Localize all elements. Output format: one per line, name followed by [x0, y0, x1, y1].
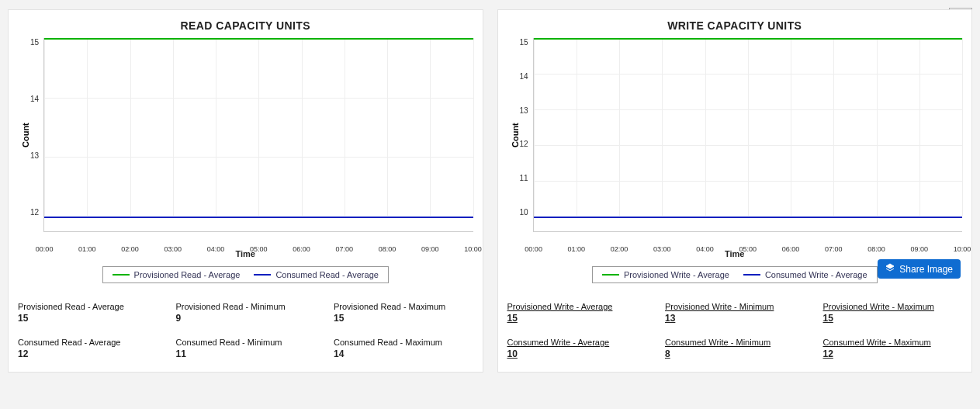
stat-cell: Consumed Write - Average10: [507, 338, 647, 359]
y-tick: 13: [520, 106, 528, 115]
share-image-button[interactable]: Share Image: [878, 259, 961, 279]
x-tick: 03:00: [650, 245, 674, 253]
stat-label: Provisioned Write - Maximum: [823, 302, 963, 311]
stat-value: 8: [665, 348, 805, 359]
x-tick: 06:00: [290, 245, 313, 253]
legend-item[interactable]: Consumed Write - Average: [743, 270, 867, 279]
stat-cell: Consumed Read - Average12: [18, 338, 158, 359]
y-axis-ticks: 15141312: [30, 38, 43, 232]
stat-label: Consumed Write - Average: [507, 338, 647, 347]
stat-value: 15: [18, 313, 158, 324]
legend-label: Provisioned Read - Average: [134, 270, 241, 279]
stat-value: 10: [507, 348, 647, 359]
gridline: [791, 38, 791, 216]
stat-cell: Provisioned Read - Average15: [18, 302, 158, 324]
stat-label: Consumed Write - Minimum: [665, 338, 805, 347]
gridline: [345, 38, 345, 216]
plot-wrap: Count 151413121110 00:0001:0002:0003:000…: [507, 38, 963, 232]
y-tick: 12: [30, 208, 39, 217]
x-tick: 09:00: [908, 245, 931, 253]
x-tick: 02:00: [119, 245, 142, 253]
gridline: [258, 38, 259, 216]
stat-cell: Consumed Write - Maximum12: [823, 338, 963, 359]
stats-grid: Provisioned Read - Average15Provisioned …: [18, 302, 473, 359]
svg-marker-1: [886, 264, 894, 269]
legend-item[interactable]: Provisioned Write - Average: [602, 270, 729, 279]
x-tick: 05:00: [247, 245, 270, 253]
stat-label: Provisioned Read - Minimum: [176, 302, 316, 311]
gridline: [87, 38, 88, 216]
gridline: [748, 38, 749, 216]
plot-area[interactable]: 00:0001:0002:0003:0004:0005:0006:0007:00…: [43, 38, 473, 232]
gridline: [619, 38, 620, 216]
legend-swatch: [254, 274, 271, 276]
x-tick: 01:00: [565, 245, 588, 253]
stat-value: 15: [507, 313, 647, 324]
stat-value: 12: [18, 348, 158, 359]
x-tick: 07:00: [822, 245, 845, 253]
x-tick: 04:00: [694, 245, 717, 253]
gridline: [534, 38, 535, 216]
stat-value: 12: [823, 348, 963, 359]
stat-value: 13: [665, 313, 805, 324]
gridline: [302, 38, 303, 216]
x-tick: 08:00: [865, 245, 888, 253]
x-tick: 03:00: [161, 245, 185, 253]
legend-swatch: [113, 274, 130, 276]
plot-area[interactable]: 00:0001:0002:0003:0004:0005:0006:0007:00…: [533, 38, 962, 232]
y-tick: 10: [520, 208, 528, 217]
gridline: [705, 38, 706, 216]
legend-item[interactable]: Provisioned Read - Average: [113, 270, 241, 279]
legend-item[interactable]: Consumed Read - Average: [254, 270, 379, 279]
stat-value: 9: [176, 313, 316, 324]
stat-value: 15: [823, 313, 963, 324]
stat-cell: Consumed Read - Maximum14: [334, 338, 473, 359]
x-tick: 00:00: [33, 245, 56, 253]
stat-cell: Provisioned Write - Maximum15: [823, 302, 963, 324]
share-image-label: Share Image: [899, 264, 953, 275]
stat-label: Provisioned Read - Maximum: [334, 302, 473, 311]
series-line: [534, 38, 962, 40]
y-tick: 11: [520, 174, 528, 182]
legend-label: Consumed Read - Average: [275, 270, 379, 279]
dashboard-panels: READ CAPACITY UNITS Count 15141312 00:00…: [8, 9, 972, 373]
stat-cell: Provisioned Read - Minimum9: [176, 302, 316, 324]
stat-label: Consumed Write - Maximum: [823, 338, 963, 347]
y-tick: 15: [520, 38, 528, 47]
y-tick: 12: [520, 140, 528, 148]
gridline: [130, 38, 131, 216]
y-tick: 14: [30, 95, 39, 103]
stat-cell: Consumed Write - Minimum8: [665, 338, 805, 359]
gridline: [216, 38, 216, 216]
x-tick: 10:00: [462, 245, 485, 253]
gridline: [387, 38, 388, 216]
stat-label: Consumed Read - Maximum: [334, 338, 473, 347]
gridline: [833, 38, 834, 216]
stat-label: Provisioned Write - Minimum: [665, 302, 805, 311]
gridline: [577, 38, 577, 216]
legend-swatch: [743, 274, 760, 276]
plot-wrap: Count 15141312 00:0001:0002:0003:0004:00…: [18, 38, 473, 232]
stat-label: Consumed Read - Minimum: [176, 338, 316, 347]
y-tick: 14: [520, 72, 528, 81]
x-tick: 10:00: [951, 245, 974, 253]
legend-label: Provisioned Write - Average: [624, 270, 729, 279]
y-axis-ticks: 151413121110: [520, 38, 533, 232]
stats-grid: Provisioned Write - Average15Provisioned…: [507, 302, 963, 359]
x-tick: 00:00: [522, 245, 545, 253]
x-tick: 01:00: [75, 245, 99, 253]
series-line: [44, 217, 473, 218]
stat-value: 11: [176, 348, 316, 359]
panel-title: READ CAPACITY UNITS: [18, 19, 473, 32]
x-tick: 08:00: [376, 245, 399, 253]
y-axis-label: Count: [18, 38, 30, 232]
legend: Provisioned Write - AverageConsumed Writ…: [592, 266, 878, 283]
panel-write-capacity: WRITE CAPACITY UNITS Count 151413121110 …: [497, 9, 973, 373]
x-tick: 04:00: [204, 245, 227, 253]
panel-title: WRITE CAPACITY UNITS: [507, 19, 963, 32]
stat-value: 15: [334, 313, 473, 324]
gridline: [473, 38, 474, 216]
gridline: [430, 38, 431, 216]
legend: Provisioned Read - AverageConsumed Read …: [102, 266, 389, 283]
x-tick: 06:00: [779, 245, 802, 253]
